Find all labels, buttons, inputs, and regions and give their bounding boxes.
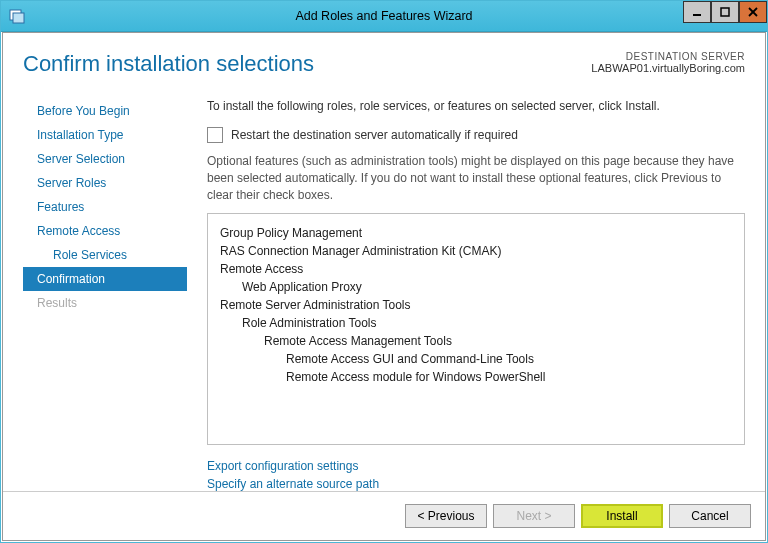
nav-results: Results bbox=[23, 291, 187, 315]
step-nav: Before You Begin Installation Type Serve… bbox=[23, 99, 187, 493]
page-title: Confirm installation selections bbox=[23, 51, 314, 77]
destination-info: DESTINATION SERVER LABWAP01.virtuallyBor… bbox=[591, 51, 745, 74]
nav-installation-type[interactable]: Installation Type bbox=[23, 123, 187, 147]
link-group: Export configuration settings Specify an… bbox=[207, 457, 745, 493]
optional-note: Optional features (such as administratio… bbox=[207, 153, 745, 203]
nav-remote-access[interactable]: Remote Access bbox=[23, 219, 187, 243]
restart-label: Restart the destination server automatic… bbox=[231, 128, 518, 142]
cancel-button[interactable]: Cancel bbox=[669, 504, 751, 528]
nav-confirmation[interactable]: Confirmation bbox=[23, 267, 187, 291]
destination-label: DESTINATION SERVER bbox=[591, 51, 745, 62]
feature-item: Web Application Proxy bbox=[220, 278, 732, 296]
wizard-window: Add Roles and Features Wizard Confirm in… bbox=[0, 0, 768, 543]
page-header: Confirm installation selections DESTINAT… bbox=[23, 51, 745, 77]
nav-role-services[interactable]: Role Services bbox=[23, 243, 187, 267]
feature-list[interactable]: Group Policy Management RAS Connection M… bbox=[207, 213, 745, 445]
feature-item: Group Policy Management bbox=[220, 224, 732, 242]
feature-item: Remote Access Management Tools bbox=[220, 332, 732, 350]
maximize-button[interactable] bbox=[711, 1, 739, 23]
minimize-button[interactable] bbox=[683, 1, 711, 23]
feature-item: RAS Connection Manager Administration Ki… bbox=[220, 242, 732, 260]
previous-button[interactable]: < Previous bbox=[405, 504, 487, 528]
titlebar: Add Roles and Features Wizard bbox=[1, 1, 767, 32]
feature-item: Remote Access GUI and Command-Line Tools bbox=[220, 350, 732, 368]
feature-item: Remote Access module for Windows PowerSh… bbox=[220, 368, 732, 386]
window-buttons bbox=[683, 1, 767, 23]
nav-server-selection[interactable]: Server Selection bbox=[23, 147, 187, 171]
wizard-footer: < Previous Next > Install Cancel bbox=[3, 491, 765, 540]
feature-item: Remote Access bbox=[220, 260, 732, 278]
main-pane: To install the following roles, role ser… bbox=[187, 99, 745, 493]
content-columns: Before You Begin Installation Type Serve… bbox=[23, 99, 745, 493]
install-button[interactable]: Install bbox=[581, 504, 663, 528]
wizard-icon bbox=[7, 6, 27, 26]
feature-item: Remote Server Administration Tools bbox=[220, 296, 732, 314]
window-title: Add Roles and Features Wizard bbox=[1, 9, 767, 23]
wizard-body: Confirm installation selections DESTINAT… bbox=[2, 32, 766, 541]
intro-text: To install the following roles, role ser… bbox=[207, 99, 745, 113]
nav-features[interactable]: Features bbox=[23, 195, 187, 219]
feature-item: Role Administration Tools bbox=[220, 314, 732, 332]
restart-row: Restart the destination server automatic… bbox=[207, 127, 745, 143]
restart-checkbox[interactable] bbox=[207, 127, 223, 143]
nav-server-roles[interactable]: Server Roles bbox=[23, 171, 187, 195]
svg-rect-1 bbox=[13, 13, 24, 23]
close-button[interactable] bbox=[739, 1, 767, 23]
nav-before-you-begin[interactable]: Before You Begin bbox=[23, 99, 187, 123]
next-button: Next > bbox=[493, 504, 575, 528]
export-config-link[interactable]: Export configuration settings bbox=[207, 457, 745, 475]
destination-server: LABWAP01.virtuallyBoring.com bbox=[591, 62, 745, 74]
svg-rect-3 bbox=[721, 8, 729, 16]
